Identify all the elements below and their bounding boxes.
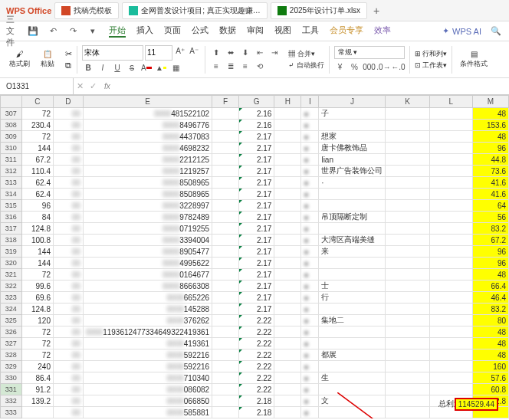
col-header[interactable]: M	[472, 96, 508, 108]
table-row[interactable]: 329 240 00 0000592216 2.22 ■ 160	[1, 361, 509, 372]
cell[interactable]: ■	[301, 384, 319, 395]
cell[interactable]: ■	[301, 349, 319, 361]
border-button[interactable]: ▦	[169, 62, 182, 74]
cell[interactable]	[212, 269, 239, 281]
cell[interactable]: 吊顶隔断定制	[319, 212, 386, 223]
cell[interactable]	[429, 223, 472, 235]
cell[interactable]: 00	[53, 269, 83, 281]
cell[interactable]: 00	[53, 108, 83, 120]
cell[interactable]: 124.8	[21, 223, 53, 235]
cell[interactable]: 0000665226	[83, 292, 212, 304]
cell[interactable]: 2.18	[238, 395, 274, 407]
cell[interactable]: 生	[319, 372, 386, 384]
table-row[interactable]: 311 67.2 00 00002212125 2.17 ■ lian 44.8	[1, 154, 509, 166]
row-header[interactable]: 333	[1, 407, 22, 418]
cell[interactable]	[212, 258, 239, 269]
align-left-icon[interactable]: ≡	[210, 61, 222, 73]
cell[interactable]: 2.22	[238, 349, 274, 361]
cell[interactable]	[386, 212, 429, 223]
cell[interactable]	[386, 154, 429, 166]
cell[interactable]: 00001193612477334649322419361	[83, 326, 212, 338]
cell[interactable]	[386, 131, 429, 143]
indent-dec-icon[interactable]: ⇤	[254, 47, 266, 59]
cell[interactable]: 72	[21, 349, 53, 361]
size-select[interactable]	[145, 45, 172, 61]
cell[interactable]: 144	[21, 143, 53, 154]
bold-button[interactable]: B	[82, 62, 94, 74]
cell[interactable]	[429, 120, 472, 131]
cell[interactable]: ·	[319, 177, 386, 189]
cell[interactable]: ■	[301, 292, 319, 304]
cell[interactable]	[274, 131, 301, 143]
cell[interactable]: 00	[53, 281, 83, 292]
strike-button[interactable]: S̶	[126, 62, 138, 74]
cell[interactable]: 世界广告装饰公司	[319, 166, 386, 177]
cell[interactable]: 2.17	[238, 200, 274, 212]
cell[interactable]	[429, 349, 472, 361]
cell[interactable]	[429, 246, 472, 258]
cell[interactable]	[429, 269, 472, 281]
cell[interactable]: 00008508965	[83, 189, 212, 200]
cell[interactable]: 大湾区高端美缝	[319, 235, 386, 246]
table-row[interactable]: 308 230.4 00 00008496776 2.16 ■ 153.6	[1, 120, 509, 131]
cell[interactable]: ■	[301, 120, 319, 131]
cell[interactable]	[386, 292, 429, 304]
table-row[interactable]: 324 124.8 00 0000145288 2.17 ■ 83.2	[1, 304, 509, 315]
cell[interactable]: ■	[301, 372, 319, 384]
row-header[interactable]: 313	[1, 177, 22, 189]
cell[interactable]: 00	[53, 384, 83, 395]
cell[interactable]: 72	[21, 108, 53, 120]
row-header[interactable]: 332	[1, 395, 22, 407]
merge-button[interactable]: ▦ 合并▾	[288, 49, 324, 59]
cell[interactable]: 2.17	[238, 269, 274, 281]
row-header[interactable]: 311	[1, 154, 22, 166]
cell[interactable]	[212, 189, 239, 200]
cell[interactable]: 00	[53, 292, 83, 304]
cell[interactable]: 2.17	[238, 143, 274, 154]
cell[interactable]: 00	[53, 372, 83, 384]
cell[interactable]: ■	[301, 108, 319, 120]
cell[interactable]	[274, 235, 301, 246]
cell[interactable]: 96	[472, 246, 508, 258]
cell[interactable]: 00	[53, 200, 83, 212]
row-header[interactable]: 328	[1, 349, 22, 361]
cell[interactable]: 00	[53, 349, 83, 361]
cell[interactable]	[274, 189, 301, 200]
cell[interactable]: 72	[21, 418, 53, 419]
cell[interactable]: 99.6	[21, 281, 53, 292]
cell[interactable]	[274, 326, 301, 338]
cell[interactable]: 57.6	[472, 372, 508, 384]
cell[interactable]	[319, 361, 386, 372]
cell[interactable]: 00	[53, 235, 83, 246]
row-header[interactable]: 320	[1, 258, 22, 269]
cell[interactable]: 2.22	[238, 361, 274, 372]
cell[interactable]	[274, 315, 301, 326]
cell[interactable]	[274, 349, 301, 361]
col-header[interactable]: F	[212, 96, 239, 108]
col-header[interactable]: J	[319, 96, 386, 108]
cell[interactable]: 00	[53, 326, 83, 338]
cell[interactable]: 2.16	[238, 120, 274, 131]
italic-button[interactable]: I	[97, 62, 109, 74]
col-header[interactable]: D	[53, 96, 83, 108]
cell[interactable]: 2.17	[238, 304, 274, 315]
table-row[interactable]: 328 72 00 0000592216 2.22 ■ 都展 48	[1, 349, 509, 361]
cell[interactable]	[429, 108, 472, 120]
cell[interactable]	[386, 281, 429, 292]
cell[interactable]: 0000376262	[83, 315, 212, 326]
format-painter[interactable]: 🖌 格式刷	[6, 50, 33, 69]
percent-icon[interactable]: %	[349, 61, 361, 73]
cell[interactable]	[429, 292, 472, 304]
cell[interactable]	[319, 120, 386, 131]
cell[interactable]	[429, 418, 472, 419]
cell[interactable]: 153.6	[472, 120, 508, 131]
row-header[interactable]: 318	[1, 235, 22, 246]
cell[interactable]: 2.22	[238, 315, 274, 326]
cell[interactable]: 160	[472, 361, 508, 372]
row-header[interactable]: 310	[1, 143, 22, 154]
cell[interactable]: ■	[301, 131, 319, 143]
cell[interactable]	[386, 200, 429, 212]
cell[interactable]: 00	[53, 338, 83, 349]
cell[interactable]	[386, 418, 429, 419]
cell[interactable]: 73.6	[472, 166, 508, 177]
